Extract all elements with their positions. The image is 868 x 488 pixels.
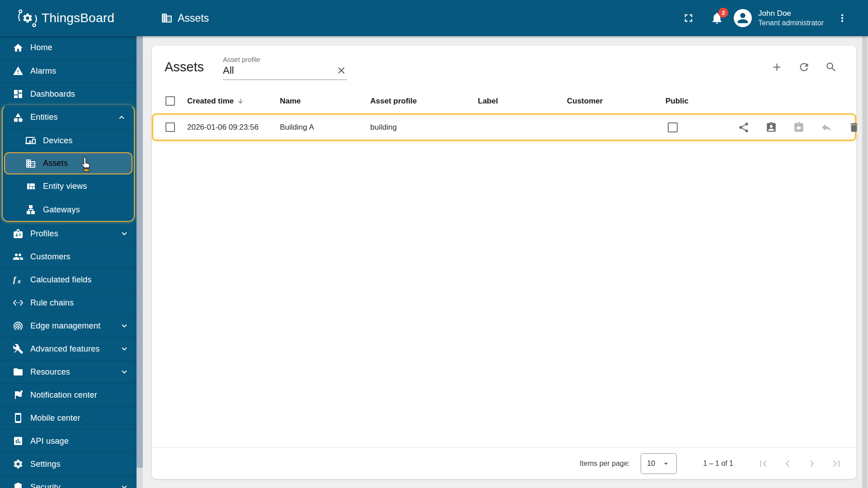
close-icon	[336, 65, 347, 76]
page-size-value: 10	[647, 460, 661, 468]
last-page-button	[830, 457, 843, 470]
sidebar-item-label: Settings	[30, 460, 129, 469]
column-header-label: Asset profile	[370, 97, 417, 106]
column-header-name[interactable]: Name	[280, 97, 370, 106]
table-row[interactable]: 2026-01-06 09:23:56 Building A building	[152, 113, 856, 141]
chevron-down-icon	[119, 344, 129, 354]
sidebar-item-advanced-features[interactable]: Advanced features	[0, 337, 137, 360]
more-menu-button[interactable]	[836, 12, 848, 24]
svg-text:f: f	[13, 275, 17, 284]
sidebar-item-api-usage[interactable]: API usage	[0, 429, 137, 452]
sidebar-item-customers[interactable]: Customers	[0, 245, 137, 268]
account-circle-icon	[735, 10, 750, 26]
delete-button[interactable]	[848, 122, 860, 133]
main-content: Assets Asset profile All	[143, 36, 868, 488]
chevron-down-icon	[119, 229, 129, 239]
sidebar-item-devices[interactable]: Devices	[3, 129, 134, 152]
antenna-icon	[13, 320, 24, 331]
cell-created-time: 2026-01-06 09:23:56	[187, 123, 280, 132]
sidebar-item-label: Entities	[30, 113, 117, 122]
items-per-page-label: Items per page:	[580, 460, 630, 468]
search-button[interactable]	[825, 61, 837, 73]
sidebar-item-label: Entity views	[43, 182, 127, 191]
sidebar-item-entities[interactable]: Entities	[3, 106, 134, 129]
fullscreen-button[interactable]	[682, 12, 695, 24]
column-header-customer[interactable]: Customer	[567, 97, 665, 106]
notifications-button[interactable]: 2	[710, 11, 724, 25]
sidebar-item-label: Customers	[30, 252, 129, 262]
sidebar-item-label: Home	[30, 43, 129, 52]
thingsboard-logo-icon	[17, 8, 38, 28]
clear-filter-button[interactable]	[336, 65, 347, 76]
last-page-icon	[830, 457, 843, 470]
people-icon	[13, 251, 24, 262]
column-header-label[interactable]: Label	[478, 97, 567, 106]
assign-to-customer-button[interactable]	[765, 122, 777, 133]
sidebar-item-label: Dashboards	[30, 89, 129, 99]
sidebar-item-settings[interactable]: Settings	[0, 452, 137, 475]
sidebar-item-mobile-center[interactable]: Mobile center	[0, 406, 137, 429]
search-icon	[825, 61, 837, 73]
asset-profile-filter-value[interactable]: All	[223, 65, 336, 76]
category-shapes-icon	[13, 112, 24, 123]
chevron-down-icon	[119, 482, 129, 488]
select-all-checkbox[interactable]	[165, 96, 175, 106]
sidebar-item-calculated-fields[interactable]: fx Calculated fields	[0, 268, 137, 291]
column-header-created-time[interactable]: Created time	[187, 97, 280, 106]
user-info[interactable]: John Doe Tenant administrator	[758, 9, 824, 27]
refresh-button[interactable]	[798, 61, 810, 73]
column-header-label: Label	[478, 97, 498, 106]
row-checkbox[interactable]	[165, 122, 175, 132]
sidebar-item-label: Resources	[30, 367, 119, 377]
column-header-label: Created time	[187, 97, 234, 106]
column-header-public[interactable]: Public	[665, 97, 738, 106]
sidebar-item-home[interactable]: Home	[0, 36, 137, 59]
sidebar-scrollbar-thumb[interactable]	[137, 36, 143, 468]
gear-icon	[13, 459, 24, 469]
page-range-label: 1 – 1 of 1	[703, 460, 733, 468]
dropdown-arrow-icon	[661, 459, 670, 468]
sidebar-item-notification-center[interactable]: Notification center	[0, 383, 137, 406]
column-header-asset-profile[interactable]: Asset profile	[370, 97, 478, 106]
sort-descending-icon[interactable]	[237, 98, 244, 105]
sidebar-item-alarms[interactable]: Alarms	[0, 59, 137, 82]
page-size-select[interactable]: 10	[641, 453, 677, 474]
page-title: Assets	[178, 12, 209, 24]
sidebar-item-gateways[interactable]: Gateways	[3, 198, 134, 221]
folder-icon	[13, 366, 24, 377]
sidebar-item-label: Security	[30, 483, 119, 488]
public-checkbox	[668, 122, 678, 132]
add-asset-button[interactable]	[771, 61, 783, 73]
sidebar-item-security[interactable]: Security	[0, 475, 137, 488]
brand[interactable]: ThingsBoard	[0, 8, 143, 28]
page-header: Assets	[161, 12, 209, 24]
assets-title: Assets	[165, 60, 204, 75]
user-role: Tenant administrator	[758, 19, 824, 28]
sidebar-item-label: Notification center	[30, 390, 129, 400]
column-header-label: Public	[665, 97, 689, 106]
function-fx-icon: fx	[13, 274, 24, 285]
brand-name: ThingsBoard	[42, 11, 114, 25]
window-scrollbar[interactable]	[862, 36, 868, 488]
sidebar-item-entity-views[interactable]: Entity views	[3, 175, 134, 198]
trash-icon	[848, 122, 860, 133]
sidebar-item-resources[interactable]: Resources	[0, 360, 137, 383]
sidebar-item-label: Assets	[43, 159, 132, 168]
asset-profile-filter[interactable]: Asset profile All	[223, 55, 347, 80]
sidebar-item-assets[interactable]: Assets	[4, 152, 132, 174]
window-scrollbar-thumb[interactable]	[862, 36, 868, 488]
sidebar-item-label: Devices	[43, 136, 127, 145]
sidebar-item-profiles[interactable]: Profiles	[0, 222, 137, 245]
table-header-row: Created time Name Asset profile Label Cu…	[152, 89, 856, 113]
sidebar-item-dashboards[interactable]: Dashboards	[0, 82, 137, 105]
sidebar-item-label: Profiles	[30, 229, 119, 239]
sidebar-item-rule-chains[interactable]: Rule chains	[0, 291, 137, 314]
sidebar-item-label: Gateways	[43, 205, 127, 215]
sidebar-item-edge-management[interactable]: Edge management	[0, 314, 137, 337]
make-public-share-button[interactable]	[738, 122, 750, 133]
assignment-person-icon	[765, 122, 777, 133]
sidebar-item-label: Mobile center	[30, 413, 129, 423]
sidebar-scrollbar[interactable]	[137, 36, 143, 488]
avatar[interactable]	[734, 9, 752, 27]
home-icon	[13, 42, 24, 53]
